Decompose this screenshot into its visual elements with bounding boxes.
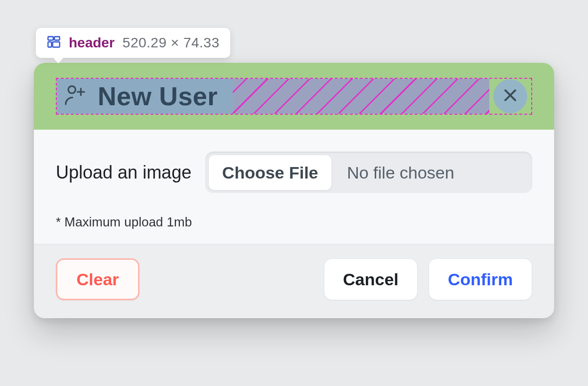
svg-rect-3 [53,42,60,47]
new-user-dialog: New User Upload an image Choose Fil [34,63,554,318]
tooltip-element-tag: header [69,35,115,51]
dialog-close-wrap [489,79,531,114]
tooltip-dimensions: 520.29 × 74.33 [123,35,220,51]
devtools-tooltip: header 520.29 × 74.33 [36,28,230,58]
svg-rect-2 [48,42,51,47]
cancel-button[interactable]: Cancel [324,258,418,300]
upload-row: Upload an image Choose File No file chos… [56,152,532,193]
upload-hint: * Maximum upload 1mb [56,214,532,230]
svg-rect-1 [54,37,60,40]
upload-label: Upload an image [56,162,191,183]
confirm-button[interactable]: Confirm [429,258,532,300]
close-icon [502,87,519,106]
choose-file-button[interactable]: Choose File [208,155,332,191]
clear-button[interactable]: Clear [56,258,140,300]
close-button[interactable] [493,79,527,113]
layout-grid-icon [47,35,61,51]
file-status-text: No file chosen [335,152,532,193]
user-plus-icon [62,82,89,111]
svg-point-4 [68,86,75,93]
dialog-header-flex-gap [233,79,489,114]
dialog-body: Upload an image Choose File No file chos… [34,130,554,244]
dialog-header-title-group: New User [57,79,233,114]
dialog-header: New User [56,78,532,115]
file-input[interactable]: Choose File No file chosen [205,152,532,193]
dialog-title: New User [98,81,218,111]
svg-rect-0 [48,37,53,40]
dialog-header-padding: New User [34,63,554,130]
dialog-footer: Clear Cancel Confirm [34,244,554,318]
